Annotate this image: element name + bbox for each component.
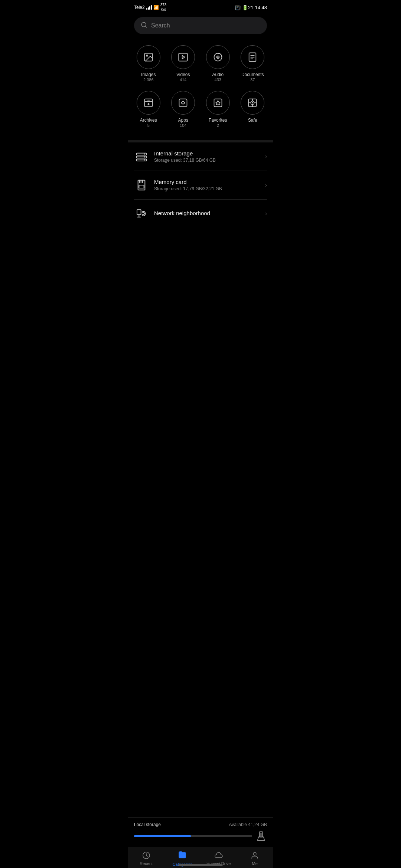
status-right: 📳 🔋21 14:48 [235,5,267,10]
search-icon [141,22,147,30]
archives-icon-circle: zip [137,91,160,115]
documents-icon-circle [241,45,264,69]
category-grid: Images 2 086 Videos 414 Audio 433 Docume… [128,42,273,140]
favorites-icon-circle [206,91,230,115]
speed-text: 373 K/s [160,3,167,12]
category-item-apps[interactable]: Apps 104 [166,87,201,133]
svg-point-3 [146,55,148,56]
svg-rect-28 [137,153,147,155]
documents-count: 37 [250,78,255,82]
vibrate-icon: 📳 [235,5,241,10]
internal-storage-subtitle: Storage used: 37,18 GB/64 GB [154,158,265,163]
storage-item-memory-card[interactable]: Memory card Storage used: 17,79 GB/32,21… [134,171,267,200]
category-item-videos[interactable]: Videos 414 [166,42,201,87]
apps-label: Apps [178,118,188,123]
internal-storage-title: Internal storage [154,150,265,157]
internal-storage-icon [134,149,149,164]
documents-label: Documents [241,72,264,77]
memory-card-title: Memory card [154,179,265,185]
signal-icon [146,5,152,10]
network-icon [134,206,149,221]
status-left: Tele2 📶 373 K/s [134,3,166,12]
images-count: 2 086 [143,78,154,82]
battery-icon: 🔋21 [242,5,253,10]
internal-storage-text: Internal storage Storage used: 37,18 GB/… [154,150,265,163]
svg-line-1 [145,26,146,27]
category-item-documents[interactable]: Documents 37 [235,42,270,87]
apps-count: 104 [180,123,186,128]
memory-card-text: Memory card Storage used: 17,79 GB/32,21… [154,179,265,191]
network-chevron: › [265,210,267,217]
internal-storage-chevron: › [265,153,267,160]
videos-icon-circle [171,45,195,69]
svg-text:zip: zip [147,99,149,101]
network-text: Network neighborhood [154,210,265,217]
svg-rect-39 [137,210,141,214]
archives-label: Archives [140,118,157,123]
carrier-label: Tele2 [134,5,145,10]
svg-point-31 [144,154,145,155]
safe-icon-circle [241,91,264,115]
audio-count: 433 [215,78,221,82]
memory-card-chevron: › [265,182,267,188]
svg-rect-30 [137,159,147,161]
images-icon-circle [137,45,160,69]
time-label: 14:48 [255,5,267,10]
status-bar: Tele2 📶 373 K/s 📳 🔋21 14:48 [128,0,273,13]
audio-label: Audio [212,72,224,77]
storage-item-network[interactable]: Network neighborhood › [134,200,267,228]
svg-point-32 [144,157,145,158]
storage-item-internal[interactable]: Internal storage Storage used: 37,18 GB/… [134,142,267,171]
category-item-audio[interactable]: Audio 433 [200,42,235,87]
svg-rect-4 [179,53,188,61]
storage-list: Internal storage Storage used: 37,18 GB/… [128,142,273,228]
archives-count: 5 [147,123,150,128]
category-item-safe[interactable]: Safe [235,87,270,133]
network-title: Network neighborhood [154,210,265,216]
svg-rect-38 [139,185,144,188]
svg-point-8 [218,57,218,57]
memory-card-subtitle: Storage used: 17,79 GB/32,21 GB [154,186,265,191]
category-item-images[interactable]: Images 2 086 [131,42,166,87]
svg-rect-29 [137,156,147,158]
svg-rect-19 [214,99,222,107]
videos-count: 414 [180,78,186,82]
search-bar[interactable]: Search [134,17,267,34]
memory-card-icon [134,178,149,193]
images-label: Images [141,72,156,77]
svg-point-33 [144,160,145,161]
search-bar-container: Search [128,13,273,42]
svg-marker-20 [216,101,220,105]
search-placeholder: Search [151,22,170,29]
safe-label: Safe [248,118,257,123]
svg-point-23 [252,102,254,103]
svg-marker-5 [182,55,185,59]
favorites-label: Favorites [209,118,227,123]
wifi-icon: 📶 [153,5,159,10]
apps-icon-circle [171,91,195,115]
svg-rect-18 [179,99,187,107]
videos-label: Videos [176,72,190,77]
favorites-count: 2 [217,123,219,128]
category-item-favorites[interactable]: Favorites 2 [200,87,235,133]
category-item-archives[interactable]: zip Archives 5 [131,87,166,133]
audio-icon-circle [206,45,230,69]
